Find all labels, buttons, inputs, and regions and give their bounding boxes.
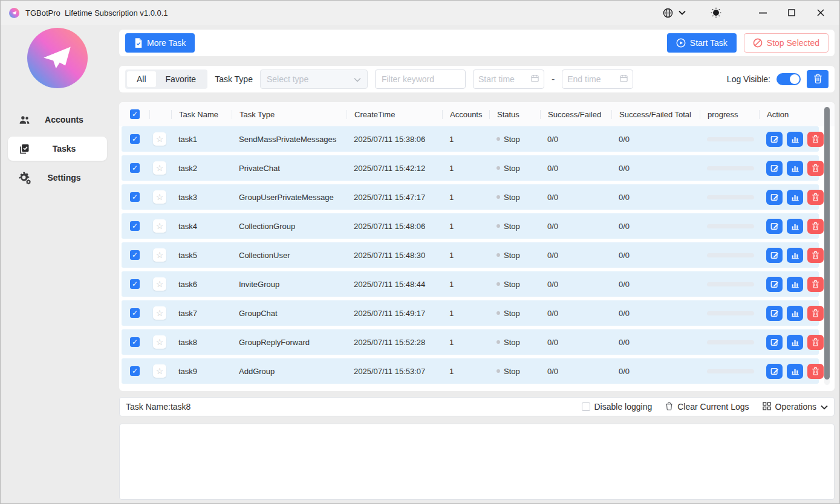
table-row[interactable]: ✓ ☆ task6 InviteGroup 2025/07/11 15:48:4… [122,271,819,297]
favorite-star-icon[interactable]: ☆ [153,364,166,378]
edit-task-button[interactable] [766,248,783,263]
close-button[interactable] [810,4,831,21]
end-time-input[interactable]: End time [562,69,633,89]
operations-dropdown[interactable]: Operations [763,402,828,412]
edit-task-button[interactable] [766,161,783,176]
edit-task-button[interactable] [766,335,783,350]
table-row[interactable]: ✓ ☆ task9 AddGroup 2025/07/11 15:53:07 1… [122,358,819,384]
stop-selected-label: Stop Selected [767,38,819,48]
status-dot-icon [497,340,500,344]
sidebar-item-settings[interactable]: Settings [8,166,107,190]
document-check-icon [134,38,143,48]
favorite-star-icon[interactable]: ☆ [153,161,166,175]
minimize-button[interactable] [752,4,773,21]
log-output-area[interactable] [119,424,835,500]
task-stats-button[interactable] [787,219,803,234]
task-stats-button[interactable] [787,306,803,321]
task-name-cell: task2 [171,164,232,173]
theme-sun-icon[interactable] [710,7,722,19]
task-stats-button[interactable] [787,190,803,205]
scrollbar-thumb[interactable] [824,107,830,380]
row-checkbox[interactable]: ✓ [130,337,140,347]
tab-favorite[interactable]: Favorite [156,71,206,87]
favorite-star-icon[interactable]: ☆ [153,190,166,204]
delete-task-button[interactable] [807,306,824,321]
delete-task-button[interactable] [807,364,824,379]
favorite-star-icon[interactable]: ☆ [153,132,166,146]
row-checkbox[interactable]: ✓ [130,221,140,231]
date-range-separator: - [552,74,555,85]
delete-tasks-button[interactable] [807,70,829,88]
task-stats-button[interactable] [787,248,803,263]
disable-logging-checkbox[interactable] [582,402,590,411]
status-cell: Stop [489,309,540,318]
delete-task-button[interactable] [807,335,824,350]
favorite-star-icon[interactable]: ☆ [153,219,166,233]
stop-selected-button[interactable]: Stop Selected [744,33,829,53]
calendar-icon [531,74,539,85]
globe-icon[interactable] [662,7,674,19]
table-row[interactable]: ✓ ☆ task1 SendMassPrivateMessages 2025/0… [122,126,819,152]
more-task-button[interactable]: More Task [125,33,195,53]
disable-logging-control[interactable]: Disable logging [582,402,653,412]
start-time-input[interactable]: Start time [473,69,544,89]
status-cell: Stop [489,280,540,289]
star-column-header [149,110,171,119]
delete-task-button[interactable] [807,190,824,205]
start-task-label: Start Task [690,38,728,48]
column-success-failed: Success/Failed [540,110,611,119]
favorite-star-icon[interactable]: ☆ [153,277,166,291]
table-row[interactable]: ✓ ☆ task2 PrivateChat 2025/07/11 15:42:1… [122,155,819,181]
log-visible-toggle[interactable] [777,73,801,85]
status-cell: Stop [489,251,540,260]
table-row[interactable]: ✓ ☆ task4 CollectionGroup 2025/07/11 15:… [122,213,819,239]
row-checkbox[interactable]: ✓ [130,308,140,318]
maximize-button[interactable] [781,4,802,21]
row-checkbox[interactable]: ✓ [130,279,140,289]
table-scrollbar[interactable] [824,107,830,385]
tab-all[interactable]: All [127,71,156,87]
favorite-star-icon[interactable]: ☆ [153,306,166,320]
table-row[interactable]: ✓ ☆ task3 GroupUserPrivateMessage 2025/0… [122,184,819,210]
action-cell [759,219,828,234]
delete-task-button[interactable] [807,132,824,147]
favorite-star-icon[interactable]: ☆ [153,248,166,262]
delete-task-button[interactable] [807,161,824,176]
createtime-cell: 2025/07/11 15:48:30 [347,251,442,260]
sidebar-item-tasks[interactable]: Tasks [8,137,107,161]
language-selector[interactable] [662,7,686,19]
row-checkbox[interactable]: ✓ [130,163,140,173]
row-checkbox[interactable]: ✓ [130,366,140,376]
row-checkbox[interactable]: ✓ [130,134,140,144]
table-row[interactable]: ✓ ☆ task8 GroupReplyForward 2025/07/11 1… [122,329,819,355]
success-failed-total-cell: 0/0 [611,164,700,173]
task-stats-button[interactable] [787,277,803,292]
chevron-down-icon[interactable] [679,10,686,15]
table-row[interactable]: ✓ ☆ task5 CollectionUser 2025/07/11 15:4… [122,242,819,268]
table-row[interactable]: ✓ ☆ task7 GroupChat 2025/07/11 15:49:17 … [122,300,819,326]
sidebar-item-accounts[interactable]: Accounts [8,108,107,132]
task-type-cell: CollectionUser [232,251,347,260]
start-task-button[interactable]: Start Task [667,33,737,53]
sidebar-item-label: Settings [31,173,97,183]
task-stats-button[interactable] [787,335,803,350]
select-all-checkbox[interactable]: ✓ [130,109,140,119]
task-stats-button[interactable] [787,161,803,176]
delete-task-button[interactable] [807,277,824,292]
row-checkbox[interactable]: ✓ [130,192,140,202]
delete-task-button[interactable] [807,219,824,234]
task-stats-button[interactable] [787,364,803,379]
edit-task-button[interactable] [766,364,783,379]
favorite-star-icon[interactable]: ☆ [153,335,166,349]
task-stats-button[interactable] [787,132,803,147]
edit-task-button[interactable] [766,132,783,147]
edit-task-button[interactable] [766,277,783,292]
row-checkbox[interactable]: ✓ [130,250,140,260]
edit-task-button[interactable] [766,190,783,205]
clear-logs-button[interactable]: Clear Current Logs [665,402,749,412]
edit-task-button[interactable] [766,306,783,321]
delete-task-button[interactable] [807,248,824,263]
edit-task-button[interactable] [766,219,783,234]
keyword-input[interactable] [375,69,466,89]
task-type-select[interactable]: Select type [260,69,368,89]
